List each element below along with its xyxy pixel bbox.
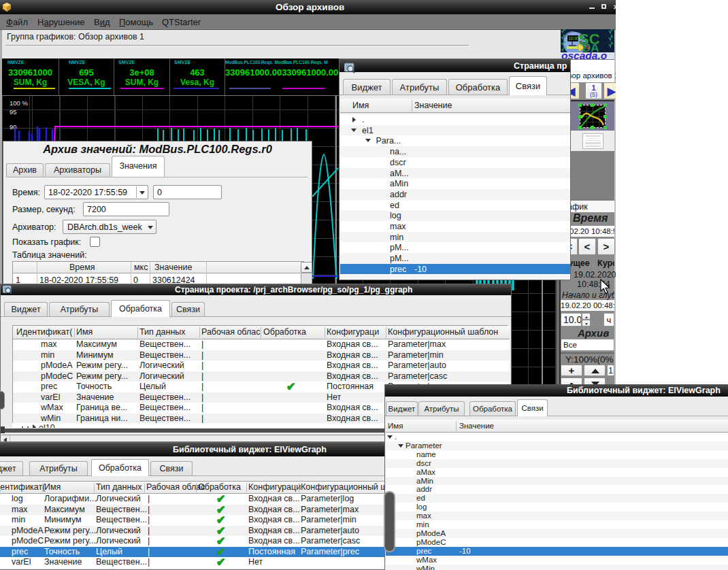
svg-text:10:95: 10:95 — [569, 36, 580, 41]
